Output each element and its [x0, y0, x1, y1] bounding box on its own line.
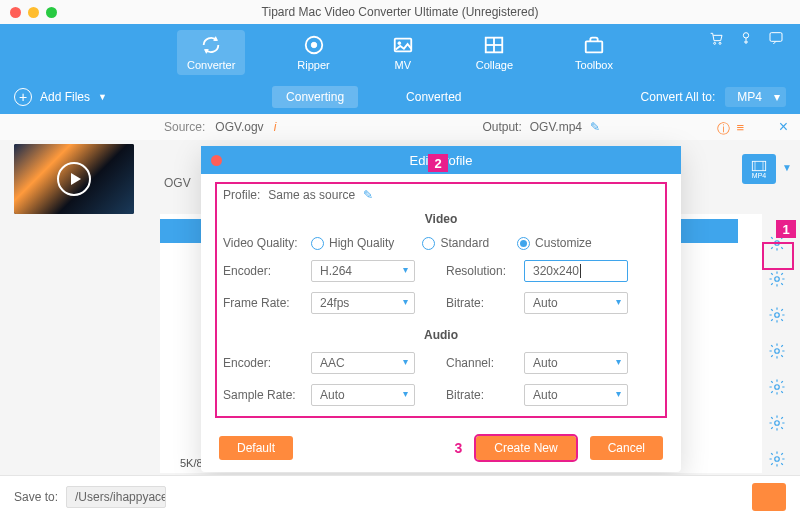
nav-label: Collage	[476, 59, 513, 71]
output-format-chip[interactable]: MP4	[742, 154, 776, 184]
source-filename: OGV.ogv	[215, 120, 263, 134]
window-titlebar: Tipard Mac Video Converter Ultimate (Unr…	[0, 0, 800, 24]
nav-tab-collage[interactable]: Collage	[466, 30, 523, 75]
key-icon[interactable]	[738, 30, 754, 46]
svg-point-10	[743, 33, 748, 38]
profile-settings-gear[interactable]	[768, 342, 786, 360]
svg-point-3	[398, 41, 401, 44]
converter-icon	[200, 34, 222, 56]
save-to-label: Save to:	[14, 490, 58, 504]
remove-file-button[interactable]: ×	[779, 118, 788, 136]
compress-icon[interactable]: ⓘ	[717, 120, 730, 138]
file-info-strip: Source: OGV.ogv i Output: OGV.mp4 ✎	[0, 114, 800, 140]
gear-highlight-box	[762, 242, 794, 270]
profile-settings-gear[interactable]	[768, 306, 786, 324]
resolution-input[interactable]: 320x240	[524, 260, 628, 282]
svg-rect-7	[586, 41, 603, 52]
svg-point-20	[775, 313, 780, 318]
video-thumbnail[interactable]	[14, 144, 134, 214]
video-bitrate-select[interactable]: Auto	[524, 292, 628, 314]
mv-icon	[392, 34, 414, 56]
radio-label: Standard	[440, 236, 489, 250]
radio-label: High Quality	[329, 236, 394, 250]
info-icon[interactable]: i	[274, 120, 277, 134]
play-icon	[57, 162, 91, 196]
radio-standard[interactable]: Standard	[422, 236, 489, 250]
modal-close-button[interactable]	[211, 155, 222, 166]
film-icon	[751, 160, 767, 172]
samplerate-select[interactable]: Auto	[311, 384, 415, 406]
cart-icon[interactable]	[708, 30, 724, 46]
toolbox-icon	[583, 34, 605, 56]
framerate-label: Frame Rate:	[223, 296, 311, 310]
channel-label: Channel:	[446, 356, 524, 370]
resolution-value: 320x240	[533, 264, 581, 278]
header-actions	[708, 30, 784, 46]
sub-header: + Add Files ▼ Converting Converted Conve…	[0, 80, 800, 114]
format-chevron-icon[interactable]: ▼	[782, 162, 792, 173]
create-new-button[interactable]: Create New	[476, 436, 575, 460]
video-section-title: Video	[223, 212, 659, 226]
close-window-button[interactable]	[10, 7, 21, 18]
tab-converting[interactable]: Converting	[272, 86, 358, 108]
output-filename: OGV.mp4	[530, 120, 582, 134]
nav-label: Toolbox	[575, 59, 613, 71]
profile-settings-gear[interactable]	[768, 378, 786, 396]
nav-label: Ripper	[297, 59, 329, 71]
feedback-icon[interactable]	[768, 30, 784, 46]
svg-point-1	[311, 42, 317, 48]
profile-settings-gear[interactable]	[768, 450, 786, 468]
audio-encoder-select[interactable]: AAC	[311, 352, 415, 374]
nav-tab-toolbox[interactable]: Toolbox	[565, 30, 623, 75]
svg-point-9	[719, 42, 721, 44]
channel-select[interactable]: Auto	[524, 352, 628, 374]
plus-icon: +	[14, 88, 32, 106]
source-label: Source:	[164, 120, 205, 134]
save-path-input[interactable]: /Users/ihappyacet	[66, 486, 166, 508]
video-quality-label: Video Quality:	[223, 236, 311, 250]
samplerate-label: Sample Rate:	[223, 388, 311, 402]
nav-label: Converter	[187, 59, 235, 71]
radio-label: Customize	[535, 236, 592, 250]
svg-point-22	[775, 385, 780, 390]
svg-point-24	[775, 457, 780, 462]
video-encoder-select[interactable]: H.264	[311, 260, 415, 282]
profile-settings-gear[interactable]	[768, 270, 786, 288]
profile-settings-gear[interactable]	[768, 414, 786, 432]
audio-section-title: Audio	[223, 328, 659, 342]
convert-all-dropdown[interactable]: MP4	[725, 87, 786, 107]
cancel-button[interactable]: Cancel	[590, 436, 663, 460]
audio-bitrate-select[interactable]: Auto	[524, 384, 628, 406]
default-button[interactable]: Default	[219, 436, 293, 460]
ripper-icon	[303, 34, 325, 56]
settings-small-icon[interactable]: ≡	[736, 120, 744, 138]
file-extra-actions: ⓘ ≡	[717, 120, 744, 138]
convert-all-control: Convert All to: MP4	[641, 87, 786, 107]
pencil-icon[interactable]: ✎	[363, 188, 373, 202]
tab-converted[interactable]: Converted	[392, 86, 475, 108]
profile-label: Profile:	[223, 188, 260, 202]
clip-name: OGV	[164, 176, 191, 190]
convert-all-button[interactable]	[752, 483, 786, 511]
chevron-down-icon: ▼	[98, 92, 107, 102]
radio-customize[interactable]: Customize	[517, 236, 592, 250]
pencil-icon[interactable]: ✎	[590, 120, 600, 134]
radio-high-quality[interactable]: High Quality	[311, 236, 394, 250]
settings-highlight-box: Profile: Same as source ✎ Video Video Qu…	[215, 182, 667, 418]
svg-rect-13	[770, 33, 782, 42]
resolution-label: Resolution:	[446, 264, 524, 278]
nav-tab-converter[interactable]: Converter	[177, 30, 245, 75]
nav-label: MV	[394, 59, 411, 71]
add-files-label: Add Files	[40, 90, 90, 104]
convert-all-label: Convert All to:	[641, 90, 716, 104]
callout-1: 1	[776, 220, 796, 238]
collage-icon	[483, 34, 505, 56]
minimize-window-button[interactable]	[28, 7, 39, 18]
svg-point-23	[775, 421, 780, 426]
maximize-window-button[interactable]	[46, 7, 57, 18]
callout-2: 2	[428, 154, 448, 172]
nav-tab-ripper[interactable]: Ripper	[287, 30, 339, 75]
add-files-button[interactable]: + Add Files ▼	[14, 88, 107, 106]
nav-tab-mv[interactable]: MV	[382, 30, 424, 75]
framerate-select[interactable]: 24fps	[311, 292, 415, 314]
